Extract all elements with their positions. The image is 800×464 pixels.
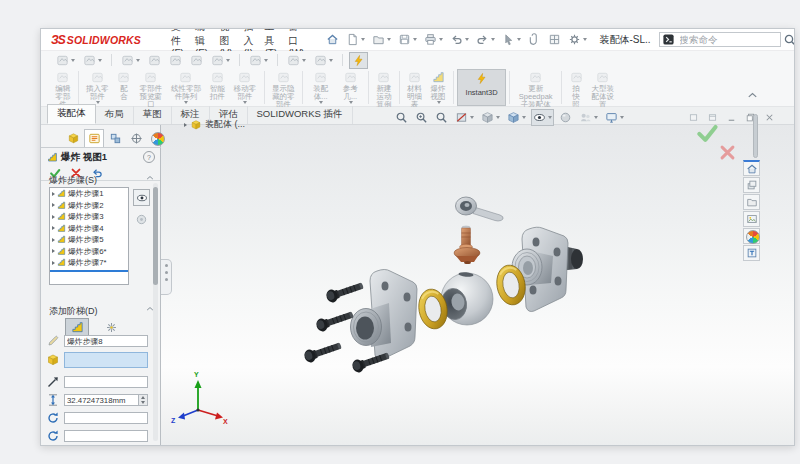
linear-component-pattern-button[interactable]: 线性零部件阵列 xyxy=(166,69,205,106)
instant2d-button[interactable] xyxy=(349,52,368,69)
large-assembly-settings-button[interactable]: 大型装配体设置 xyxy=(587,69,618,106)
redo-button[interactable] xyxy=(474,32,497,47)
grid-options-button[interactable] xyxy=(546,32,563,47)
explode-step-item[interactable]: 爆炸步骤6* xyxy=(50,246,128,258)
tool-5-button[interactable] xyxy=(166,52,185,69)
explode-step-item[interactable]: 爆炸步骤1 xyxy=(50,188,128,200)
panel-splitter-handle[interactable] xyxy=(161,259,172,295)
dimxpert-tab[interactable] xyxy=(126,129,146,147)
tab-草图[interactable]: 草图 xyxy=(134,106,172,124)
tab-装配体[interactable]: 装配体 xyxy=(47,104,96,124)
update-speedpak-button[interactable]: 更新Speedpak子装配体 xyxy=(513,69,558,106)
show-hidden-components-button[interactable]: 显示隐藏的零部件 xyxy=(268,69,299,106)
previous-view-button[interactable] xyxy=(433,109,450,126)
explode-steps-list[interactable]: 爆炸步骤1爆炸步骤2爆炸步骤3爆炸步骤4爆炸步骤5爆炸步骤6*爆炸步骤7* xyxy=(49,187,129,285)
propertymanager-tab[interactable] xyxy=(84,129,104,148)
expand-arrow-icon[interactable] xyxy=(52,192,55,196)
options-gear-button[interactable] xyxy=(566,32,589,47)
collapse-section-icon[interactable] xyxy=(145,173,155,183)
taskpane-home-button[interactable] xyxy=(743,160,760,176)
tool-10-button[interactable] xyxy=(311,52,336,69)
expand-arrow-icon[interactable] xyxy=(184,123,187,127)
assembly-features-button[interactable]: 装配体... xyxy=(306,69,336,106)
tool-1-button[interactable] xyxy=(53,52,78,69)
doc-minimize-button[interactable] xyxy=(724,111,739,124)
explode-step-item[interactable]: 爆炸步骤4 xyxy=(50,223,128,235)
exploded-view-button[interactable]: 爆炸视图 xyxy=(426,69,450,106)
step-name-field[interactable] xyxy=(64,335,148,347)
apply-scene-button[interactable] xyxy=(577,109,600,126)
display-style-button[interactable] xyxy=(505,109,528,126)
edit-appearance-button[interactable] xyxy=(557,109,574,126)
expand-arrow-icon[interactable] xyxy=(52,203,55,207)
rotation-angle-field[interactable] xyxy=(64,430,148,442)
spin-down-icon[interactable] xyxy=(141,401,145,404)
explode-step-item[interactable]: 爆炸步骤5 xyxy=(50,234,128,246)
explode-step-item[interactable]: 爆炸步骤2 xyxy=(50,200,128,212)
search-input[interactable] xyxy=(678,33,778,46)
new-file-button[interactable] xyxy=(344,32,367,47)
taskpane-file-explorer-button[interactable] xyxy=(743,194,760,210)
tool-4-button[interactable] xyxy=(145,52,164,69)
bill-of-materials-button[interactable]: 材料明细表 xyxy=(403,69,427,106)
confirm-ok-button[interactable] xyxy=(695,121,719,145)
smart-fasteners-button[interactable]: 智能扣件 xyxy=(206,69,230,106)
undo-button[interactable] xyxy=(448,32,471,47)
tool-6-button[interactable] xyxy=(187,52,206,69)
tool-9-button[interactable] xyxy=(284,52,309,69)
spacing-knob[interactable] xyxy=(135,213,148,226)
tool-8-button[interactable] xyxy=(246,52,271,69)
explode-direction-field[interactable] xyxy=(64,376,148,388)
explode-distance-spinner[interactable] xyxy=(139,394,148,406)
explode-step-item[interactable]: 爆炸步骤7* xyxy=(50,257,128,269)
new-motion-study-button[interactable]: 新建运动算例 xyxy=(372,69,396,106)
taskpane-appearances-scenes-button[interactable] xyxy=(743,228,760,244)
take-snapshot-button[interactable]: 拍快照 xyxy=(565,69,587,106)
select-pointer-button[interactable] xyxy=(500,32,523,47)
taskpane-view-palette-button[interactable] xyxy=(743,211,760,227)
component-preview-window-button[interactable]: 零部件预览窗口 xyxy=(135,69,166,106)
assembly-3d-view[interactable]: Y X Z xyxy=(161,125,795,446)
taskpane-design-library-button[interactable] xyxy=(743,177,760,193)
move-component-button[interactable]: 移动零部件 xyxy=(229,69,260,106)
expand-arrow-icon[interactable] xyxy=(52,238,55,242)
featuremanager-tab[interactable] xyxy=(63,129,83,147)
help-icon[interactable]: ? xyxy=(143,151,155,163)
command-search[interactable] xyxy=(659,32,781,47)
instant3d-button[interactable]: Instant3D xyxy=(457,69,506,106)
insert-components-button[interactable]: 插入零部件 xyxy=(82,69,113,106)
doc-close-button[interactable] xyxy=(762,111,777,124)
tool-3-button[interactable] xyxy=(118,52,143,69)
confirm-cancel-button[interactable] xyxy=(718,143,737,162)
expand-arrow-icon[interactable] xyxy=(52,215,55,219)
print-button[interactable] xyxy=(422,32,445,47)
view-orientation-button[interactable] xyxy=(479,109,502,126)
open-file-button[interactable] xyxy=(370,32,393,47)
ribbon-collapse-button[interactable] xyxy=(746,89,759,102)
hide-show-items-button[interactable] xyxy=(531,109,554,126)
display-manager-tab[interactable] xyxy=(147,129,167,147)
rotation-axis-field[interactable] xyxy=(64,412,148,424)
expand-arrow-icon[interactable] xyxy=(52,249,55,253)
part-stem[interactable] xyxy=(454,226,480,264)
edit-component-button[interactable]: 编辑零部件 xyxy=(51,69,75,106)
tool-7-button[interactable] xyxy=(208,52,233,69)
part-ball[interactable] xyxy=(439,272,493,325)
zoom-to-fit-button[interactable] xyxy=(393,109,410,126)
components-to-explode-selection-box[interactable] xyxy=(64,352,148,368)
panel-scrollbar-thumb[interactable] xyxy=(153,187,158,285)
explode-distance-field[interactable] xyxy=(64,394,139,406)
auto-space-toggle[interactable] xyxy=(133,189,150,206)
view-settings-button[interactable] xyxy=(603,109,626,126)
expand-arrow-icon[interactable] xyxy=(52,226,55,230)
search-magnifier-button[interactable] xyxy=(781,32,795,48)
spin-up-icon[interactable] xyxy=(141,396,145,399)
tab-SOLIDWORKS 插件[interactable]: SOLIDWORKS 插件 xyxy=(248,106,353,124)
explode-step-item[interactable]: 爆炸步骤3 xyxy=(50,211,128,223)
expand-arrow-icon[interactable] xyxy=(52,261,55,265)
attachments-button[interactable] xyxy=(526,32,543,47)
zoom-to-area-button[interactable] xyxy=(413,109,430,126)
home-button[interactable] xyxy=(324,32,341,47)
tab-布局[interactable]: 布局 xyxy=(96,106,134,124)
graphics-viewport[interactable]: Y X Z xyxy=(161,125,795,446)
